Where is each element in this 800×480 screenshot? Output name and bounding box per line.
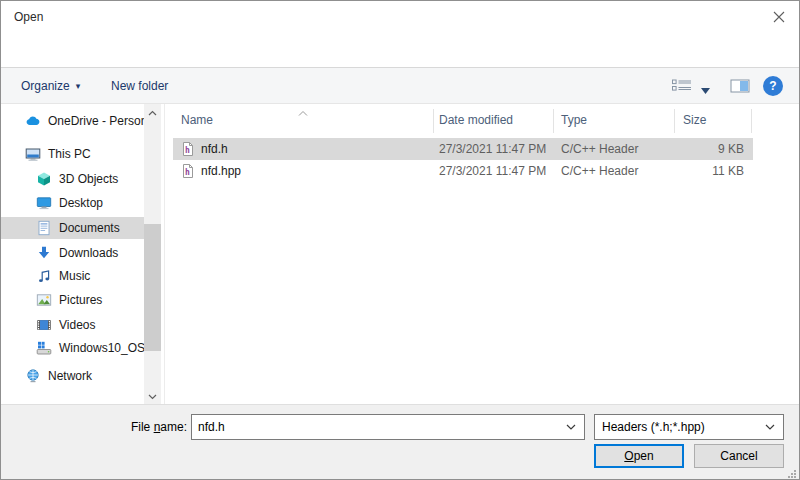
column-divider[interactable] (553, 109, 554, 133)
file-name-label-pre: File (131, 420, 154, 434)
sidebar-item-label: Windows10_OS ( (59, 341, 144, 355)
sidebar-item-pictures[interactable]: Pictures (1, 289, 144, 311)
file-name-label: File name: (1, 420, 187, 434)
svg-text:h: h (185, 168, 190, 177)
sidebar-item-label: Music (59, 269, 90, 283)
open-dialog: Open « GitHub › nativefiledialog › src ›… (0, 0, 800, 480)
file-name-combobox[interactable] (191, 414, 585, 440)
sidebar-item-desktop[interactable]: Desktop (1, 192, 144, 214)
sidebar-item-label: This PC (48, 147, 91, 161)
3d-objects-icon (36, 171, 52, 187)
scroll-down-button[interactable] (144, 388, 161, 404)
drive-icon (36, 340, 52, 356)
chevron-up-icon (148, 105, 157, 119)
question-mark-icon: ? (769, 79, 776, 93)
sidebar-item-windows10-os[interactable]: Windows10_OS ( (1, 337, 144, 359)
new-folder-label: New folder (111, 79, 168, 93)
command-toolbar: Organize ▾ New folder ? (1, 67, 799, 104)
dialog-footer: File name: Headers (*.h;*.hpp) Open Canc… (1, 404, 799, 480)
open-button[interactable]: Open (594, 444, 684, 468)
scrollbar-thumb[interactable] (144, 224, 161, 351)
file-size: 11 KB (667, 160, 744, 182)
sidebar-item-label: Downloads (59, 246, 118, 260)
this-pc-icon (25, 146, 41, 162)
file-type-combobox[interactable]: Headers (*.h;*.hpp) (594, 414, 784, 440)
file-name-input[interactable] (192, 415, 562, 439)
sidebar-item-3d-objects[interactable]: 3D Objects (1, 168, 144, 190)
sidebar-item-this-pc[interactable]: This PC (1, 143, 144, 165)
title-bar: Open (1, 1, 799, 33)
videos-icon (36, 317, 52, 333)
sidebar-item-label: Pictures (59, 293, 102, 307)
sidebar-item-videos[interactable]: Videos (1, 314, 144, 336)
header-file-icon: h (181, 141, 195, 157)
open-button-label: pen (634, 449, 654, 463)
sort-ascending-icon (298, 105, 308, 119)
documents-icon (36, 220, 52, 236)
downloads-icon (36, 245, 52, 261)
column-header-size[interactable]: Size (683, 104, 706, 137)
header-file-icon: h (181, 163, 195, 179)
caret-down-icon (701, 83, 710, 97)
file-date-modified: 27/3/2021 11:47 PM (439, 160, 546, 182)
navigation-pane: OneDrive - Person This PC 3D Objects Des… (1, 104, 165, 404)
column-divider[interactable] (751, 109, 752, 133)
sidebar-item-network[interactable]: Network (1, 365, 144, 387)
dialog-title: Open (14, 10, 43, 24)
sidebar-item-label: Desktop (59, 196, 103, 210)
file-type: C/C++ Header (561, 160, 638, 182)
sidebar-item-label: 3D Objects (59, 172, 118, 186)
sidebar-item-documents[interactable]: Documents (1, 217, 144, 239)
cancel-button[interactable]: Cancel (694, 444, 784, 468)
desktop-icon (36, 195, 52, 211)
file-name-label-post: ame: (160, 420, 187, 434)
sidebar-scrollbar[interactable] (144, 104, 161, 404)
preview-pane-button[interactable] (730, 78, 750, 97)
scroll-up-button[interactable] (144, 104, 161, 120)
close-button[interactable] (771, 10, 787, 26)
sidebar-item-downloads[interactable]: Downloads (1, 242, 144, 264)
sidebar-item-label: OneDrive - Person (48, 114, 144, 128)
cancel-button-label: Cancel (720, 449, 757, 463)
column-header-row: Name Date modified Type Size (173, 104, 753, 137)
organize-button[interactable]: Organize ▾ (21, 68, 80, 103)
close-icon (773, 11, 785, 26)
file-size: 9 KB (667, 138, 744, 160)
file-name: nfd.h (201, 138, 228, 160)
file-row-nfd-hpp[interactable]: h nfd.hpp 27/3/2021 11:47 PM C/C++ Heade… (173, 160, 753, 182)
details-view-icon (671, 78, 693, 97)
music-icon (36, 268, 52, 284)
sidebar-item-label: Network (48, 369, 92, 383)
navigation-bar: « GitHub › nativefiledialog › src › incl… (1, 33, 799, 67)
column-divider[interactable] (674, 109, 675, 133)
pictures-icon (36, 292, 52, 308)
file-name: nfd.hpp (201, 160, 241, 182)
chevron-down-icon (148, 389, 157, 403)
column-divider[interactable] (433, 109, 434, 133)
file-row-nfd-h[interactable]: h nfd.h 27/3/2021 11:47 PM C/C++ Header … (173, 138, 753, 160)
column-header-type[interactable]: Type (561, 104, 587, 137)
caret-down-icon: ▾ (76, 81, 81, 91)
help-button[interactable]: ? (763, 76, 783, 96)
sidebar-item-label: Documents (59, 221, 120, 235)
chevron-down-icon[interactable] (765, 424, 775, 430)
column-header-date-modified[interactable]: Date modified (439, 104, 513, 137)
sidebar-item-music[interactable]: Music (1, 265, 144, 287)
sidebar-item-label: Videos (59, 318, 95, 332)
preview-pane-icon (730, 78, 750, 97)
file-type-value: Headers (*.h;*.hpp) (602, 415, 705, 439)
network-icon (25, 368, 41, 384)
svg-text:h: h (185, 146, 190, 155)
onedrive-cloud-icon (25, 113, 41, 129)
chevron-down-icon[interactable] (566, 424, 576, 430)
file-type: C/C++ Header (561, 138, 638, 160)
resize-grip[interactable] (786, 468, 797, 479)
organize-label: Organize (21, 79, 70, 93)
change-view-button[interactable] (671, 78, 693, 97)
view-dropdown-button[interactable] (701, 83, 710, 97)
open-button-mnemonic: O (624, 449, 633, 463)
new-folder-button[interactable]: New folder (111, 68, 168, 103)
file-date-modified: 27/3/2021 11:47 PM (439, 138, 546, 160)
sidebar-item-onedrive[interactable]: OneDrive - Person (1, 110, 144, 132)
column-header-name[interactable]: Name (181, 104, 213, 137)
